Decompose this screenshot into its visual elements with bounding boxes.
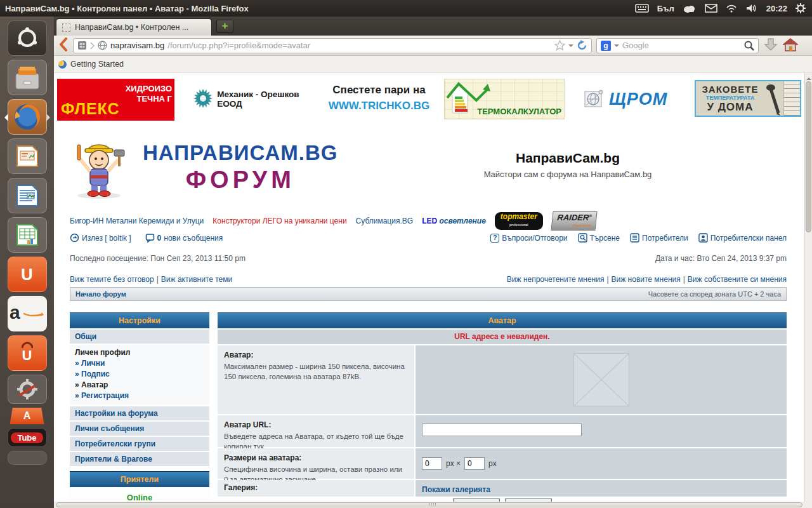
breadcrumb-home-link[interactable]: Начало форум [75, 290, 126, 298]
ad-trichko-banner[interactable]: Спестете пари на WWW.TRICHKO.BG [320, 84, 438, 112]
sidebar-item-friends-foes[interactable]: Приятели & Врагове [70, 452, 209, 466]
raider-logo[interactable]: RAIDER®PowerTools [551, 211, 597, 231]
active-tab[interactable]: НаправиСам.bg • Контролен ... [56, 18, 212, 36]
handyman-mascot-icon [70, 133, 136, 200]
site-subtitle: Майстори сам с форума на НаправиСам.bg [435, 170, 701, 179]
ad-flex-brand: ФЛЕКС [61, 100, 120, 118]
tab-favicon-placeholder-icon [62, 23, 70, 32]
trash-launcher-icon[interactable] [8, 451, 47, 465]
sidebar-item-usergroups[interactable]: Потребителски групи [70, 437, 209, 451]
tube-launcher-icon[interactable]: Tube [8, 428, 47, 447]
avatar-width-input[interactable] [422, 457, 442, 470]
site-title: НаправиСам.bg [435, 150, 701, 166]
home-button[interactable] [783, 37, 798, 54]
download-button[interactable] [763, 37, 778, 55]
view-unread-link[interactable]: Виж непрочетените мнения [507, 275, 605, 284]
bookmark-getting-started[interactable]: Getting Started [70, 60, 124, 69]
search-icon [578, 233, 587, 243]
reload-icon[interactable] [577, 40, 587, 51]
ad-flex-banner[interactable]: ХИДРОИЗОТЕЧНА Г ФЛЕКС [57, 79, 174, 121]
sidebar-item-avatar-current[interactable]: » Аватар [75, 380, 204, 391]
gallery-label: Галерия: [224, 483, 408, 492]
ad-zakovete-banner[interactable]: ЗАКОВЕТЕ ТЕМПЕРАТУРАТА У ДОМА [695, 80, 801, 117]
ad-banner-row: ХИДРОИЗОТЕЧНА Г ФЛЕКС Механик - Орешков … [57, 77, 802, 123]
back-button[interactable] [58, 37, 69, 54]
bookmark-star-icon[interactable] [554, 40, 565, 51]
sidebar-item-general[interactable]: Общи [70, 330, 209, 344]
new-messages-link[interactable]: 0 нови съобщения [145, 233, 223, 243]
view-own-link[interactable]: Виж собствените си мнения [688, 275, 787, 284]
forum-logo[interactable]: НАПРАВИСАМ.BG ФОРУМ [70, 133, 337, 200]
ubuntu-one-launcher-icon[interactable]: U [8, 257, 47, 292]
horizontal-scrollbar[interactable] [54, 502, 804, 508]
members-link[interactable]: Потребители [630, 233, 688, 243]
ubuntu-one-music-launcher-icon[interactable]: U [8, 335, 47, 371]
ad-shtrom-banner[interactable]: ЩРОМ [584, 86, 679, 112]
libreoffice-impress-launcher-icon[interactable] [8, 138, 47, 174]
topmaster-logo[interactable]: topmasterprofessional [495, 212, 543, 230]
starburst-icon [193, 89, 213, 109]
partner-link-sublimacia[interactable]: Сублимация.BG [356, 217, 414, 225]
keyboard-layout-label[interactable]: Бъл [657, 4, 674, 13]
sidebar-friends-header: Приятели [70, 471, 209, 487]
search-engine-caret-icon[interactable] [614, 44, 619, 50]
view-unanswered-link[interactable]: Виж темите без отговор [70, 275, 154, 284]
tab-title: НаправиСам.bg • Контролен ... [75, 23, 188, 32]
current-datetime-text: Дата и час: Вто Сеп 24, 2013 9:37 pm [655, 254, 787, 263]
avatar-desc: Максимален размер - ширина 150 пиксела, … [224, 361, 408, 382]
volume-icon[interactable] [745, 4, 758, 13]
dash-home-button[interactable] [8, 20, 47, 56]
page-viewport: ХИДРОИЗОТЕЧНА Г ФЛЕКС Механик - Орешков … [54, 73, 804, 502]
ad-mehanik-banner[interactable]: Механик - Орешков ЕООД [193, 86, 320, 112]
sidebar-item-private-messages[interactable]: Лични съобщения [70, 422, 209, 436]
search-bar[interactable]: g Google [596, 38, 759, 53]
partner-link-led[interactable]: LED осветление [422, 217, 486, 225]
mail-icon[interactable] [705, 4, 717, 13]
identity-chevron-icon [90, 42, 95, 50]
show-gallery-link[interactable]: Покажи галерията [422, 485, 490, 494]
firefox-window: НаправиСам.bg • Контролен ... + napravis… [54, 17, 812, 508]
message-bubble-icon [145, 233, 155, 243]
site-identity-icon[interactable] [77, 41, 87, 50]
files-launcher-icon[interactable] [8, 60, 47, 95]
logout-link[interactable]: Излез [ boltik ] [70, 233, 131, 243]
keyboard-icon[interactable] [635, 4, 649, 13]
partner-link-lego[interactable]: Конструктори ЛЕГО на уникални цени [213, 217, 346, 225]
url-bar[interactable]: napravisam.bg/forum/ucp.php?i=profile&mo… [73, 38, 592, 53]
a-app-launcher-icon[interactable]: A [8, 408, 47, 424]
ad-termo-banner[interactable]: ТЕРМОКАЛКУЛАТОР [444, 79, 565, 119]
vertical-scroll-thumb[interactable] [806, 81, 811, 232]
scroll-grip-icon [429, 503, 436, 505]
new-tab-button[interactable]: + [216, 20, 233, 33]
faq-link[interactable]: ? Въпроси/Отговори [490, 233, 567, 243]
network-wifi-icon[interactable] [726, 4, 737, 13]
search-link[interactable]: Търсене [578, 233, 620, 243]
avatar-height-input[interactable] [464, 457, 485, 470]
sidebar-profile-header: Личен профил [75, 347, 204, 358]
vertical-scrollbar[interactable] [804, 73, 812, 502]
view-new-link[interactable]: Виж новите мнения [612, 275, 681, 284]
system-settings-launcher-icon[interactable] [8, 375, 47, 404]
ad-zakovete-line1: ЗАКОВЕТЕ [696, 84, 764, 95]
view-active-link[interactable]: Виж активните теми [161, 275, 232, 284]
libreoffice-calc-launcher-icon[interactable] [8, 217, 47, 253]
cloud-icon[interactable] [683, 4, 697, 13]
avatar-url-input[interactable] [422, 424, 582, 436]
sidebar-item-signature[interactable]: » Подпис [75, 370, 110, 378]
sidebar-item-personal[interactable]: » Лични [75, 359, 105, 368]
ad-trichko-line1: Спестете пари на [320, 84, 438, 97]
firefox-launcher-icon[interactable] [8, 99, 47, 135]
ucp-link[interactable]: Потребителски панел [698, 233, 787, 243]
sidebar-item-registration[interactable]: » Регистрация [75, 391, 129, 400]
ad-flex-line2: ТЕЧНА Г [136, 94, 172, 104]
sidebar-item-board-settings[interactable]: Настройки на форума [70, 406, 209, 420]
libreoffice-writer-launcher-icon[interactable] [8, 178, 47, 213]
scroll-up-arrow-icon[interactable] [806, 75, 811, 80]
partner-link-bigor[interactable]: Бигор-ИН Метални Керемиди и Улуци [70, 217, 204, 225]
unity-launcher: U a U A Tube [0, 17, 54, 508]
session-gear-icon[interactable] [796, 3, 806, 13]
search-magnifier-icon[interactable] [744, 41, 754, 51]
url-dropdown-caret-icon[interactable] [568, 44, 573, 50]
amazon-launcher-icon[interactable]: a [8, 296, 47, 331]
clock-label[interactable]: 20:22 [766, 4, 787, 13]
